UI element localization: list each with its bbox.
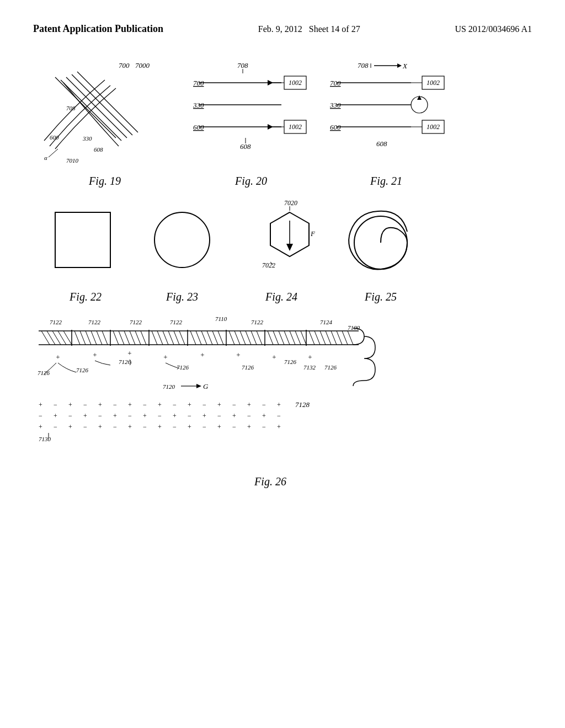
svg-text:+: + (277, 423, 281, 431)
svg-text:7126: 7126 (324, 364, 337, 371)
svg-marker-21 (268, 124, 273, 130)
svg-text:+: + (143, 412, 147, 420)
svg-text:7122: 7122 (50, 319, 62, 325)
svg-text:+: + (200, 351, 204, 359)
svg-text:−: − (68, 412, 72, 420)
svg-text:+: + (128, 423, 132, 431)
svg-line-111 (309, 331, 315, 345)
svg-line-90 (174, 331, 179, 345)
page: Patent Application Publication Feb. 9, 2… (0, 0, 565, 728)
svg-text:−: − (232, 401, 236, 409)
svg-text:700: 700 (330, 79, 341, 87)
fig24-box: 7020 F 7022 Fig. 24 (237, 199, 326, 303)
fig19-box: 700 7000 (33, 58, 177, 188)
svg-text:7126: 7126 (284, 358, 297, 365)
svg-point-49 (154, 212, 210, 267)
svg-line-97 (218, 331, 223, 345)
svg-text:+: + (232, 412, 236, 420)
fig22-box: Fig. 22 (44, 207, 127, 303)
svg-line-76 (86, 331, 91, 345)
svg-text:−: − (202, 423, 206, 431)
fig25-box: Fig. 25 (342, 207, 419, 303)
svg-text:−: − (277, 412, 281, 420)
fig20-svg: 708 700 1002 330 (188, 58, 315, 168)
svg-text:600: 600 (193, 123, 204, 131)
svg-line-114 (326, 331, 331, 345)
svg-text:−: − (54, 423, 57, 431)
svg-text:+: + (113, 412, 117, 420)
svg-text:−: − (113, 401, 117, 409)
svg-text:+: + (127, 349, 131, 357)
fig26-label: Fig. 26 (88, 475, 452, 488)
svg-text:+: + (68, 423, 72, 431)
svg-text:−: − (247, 412, 251, 420)
svg-text:600: 600 (330, 123, 341, 131)
svg-line-103 (257, 331, 262, 345)
svg-text:+: + (56, 353, 60, 361)
svg-text:−: − (232, 423, 236, 431)
svg-text:700: 700 (119, 61, 130, 69)
svg-text:−: − (217, 412, 221, 420)
svg-text:7022: 7022 (262, 261, 275, 269)
svg-text:−: − (188, 412, 191, 420)
svg-line-99 (234, 331, 240, 345)
svg-text:708: 708 (358, 61, 369, 69)
svg-line-104 (268, 331, 273, 345)
svg-line-115 (331, 331, 337, 345)
svg-text:+: + (217, 423, 221, 431)
svg-text:+: + (188, 423, 191, 431)
svg-line-100 (240, 331, 246, 345)
svg-line-94 (201, 331, 207, 345)
svg-line-107 (284, 331, 290, 345)
svg-text:7124: 7124 (320, 319, 333, 325)
svg-text:7126: 7126 (177, 364, 189, 371)
svg-text:1002: 1002 (427, 123, 440, 131)
svg-marker-144 (196, 384, 201, 388)
fig21-label: Fig. 21 (326, 175, 447, 188)
svg-line-77 (91, 331, 97, 345)
svg-text:7122: 7122 (170, 319, 183, 325)
svg-line-87 (157, 331, 163, 345)
svg-line-106 (279, 331, 284, 345)
fig23-svg (143, 207, 221, 284)
svg-line-84 (135, 331, 141, 345)
svg-text:+: + (158, 401, 162, 409)
svg-text:+: + (93, 351, 97, 359)
svg-line-117 (342, 331, 348, 345)
svg-text:7000: 7000 (135, 61, 150, 69)
svg-text:7122: 7122 (88, 319, 101, 325)
svg-line-118 (348, 331, 353, 345)
svg-line-89 (168, 331, 174, 345)
svg-line-75 (80, 331, 86, 345)
svg-text:7128: 7128 (295, 400, 310, 409)
svg-text:−: − (173, 401, 177, 409)
svg-text:+: + (247, 423, 251, 431)
svg-line-81 (119, 331, 124, 345)
svg-text:F: F (310, 229, 316, 238)
svg-line-83 (130, 331, 135, 345)
svg-line-102 (251, 331, 257, 345)
svg-text:+: + (173, 412, 177, 420)
svg-text:1002: 1002 (289, 123, 302, 131)
fig20-box: 708 700 1002 330 (188, 58, 315, 188)
svg-text:−: − (202, 401, 206, 409)
svg-text:708: 708 (66, 105, 76, 111)
publication-title: Patent Application Publication (33, 22, 163, 36)
svg-line-98 (229, 331, 234, 345)
svg-line-101 (246, 331, 251, 345)
svg-line-85 (141, 331, 146, 345)
svg-line-80 (113, 331, 119, 345)
svg-text:+: + (83, 412, 87, 420)
svg-text:−: − (173, 423, 177, 431)
svg-text:−: − (39, 412, 42, 420)
publication-date: Feb. 9, 2012 Sheet 14 of 27 (258, 22, 360, 34)
svg-text:+: + (98, 423, 102, 431)
svg-text:−: − (262, 423, 266, 431)
fig22-svg (44, 207, 121, 284)
svg-text:7100: 7100 (348, 324, 360, 331)
svg-text:+: + (188, 401, 191, 409)
svg-text:608: 608 (240, 142, 251, 151)
svg-text:G: G (203, 382, 209, 390)
svg-text:1002: 1002 (289, 79, 302, 87)
svg-text:+: + (158, 423, 162, 431)
